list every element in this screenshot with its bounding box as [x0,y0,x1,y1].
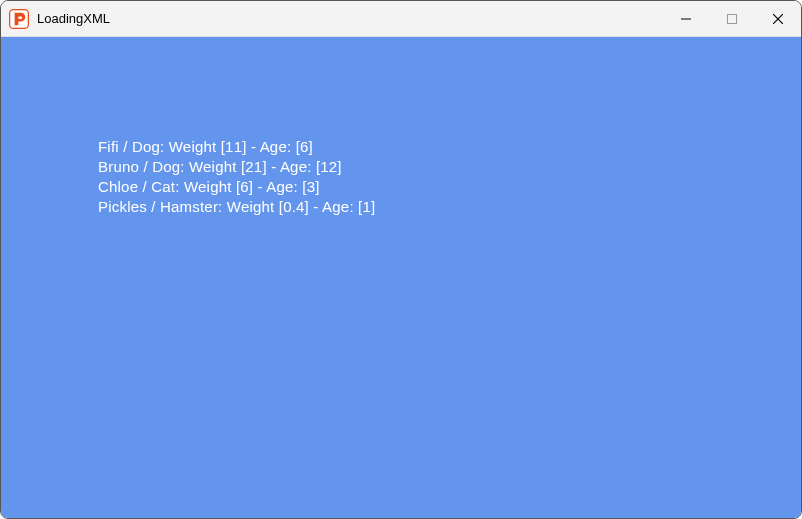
pet-line: Fifi / Dog: Weight [11] - Age: [6] [98,137,375,157]
pet-line: Pickles / Hamster: Weight [0.4] - Age: [… [98,197,375,217]
client-area: Fifi / Dog: Weight [11] - Age: [6]Bruno … [1,37,801,518]
minimize-button[interactable] [663,1,709,36]
pet-line: Bruno / Dog: Weight [21] - Age: [12] [98,157,375,177]
svg-rect-2 [728,14,737,23]
pet-list: Fifi / Dog: Weight [11] - Age: [6]Bruno … [98,137,375,217]
pet-line: Chloe / Cat: Weight [6] - Age: [3] [98,177,375,197]
app-window: LoadingXML Fifi / Dog: Weight [11] - Age… [0,0,802,519]
close-button[interactable] [755,1,801,36]
window-title: LoadingXML [37,11,110,26]
window-controls [663,1,801,36]
maximize-button [709,1,755,36]
app-icon [9,9,29,29]
titlebar: LoadingXML [1,1,801,37]
